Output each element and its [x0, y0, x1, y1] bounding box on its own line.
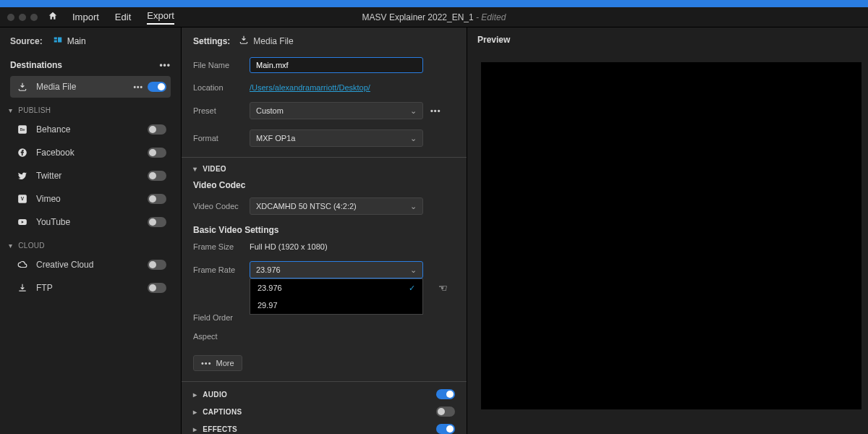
file-name-row: File Name	[193, 57, 455, 73]
video-codec-label: Video Codec	[193, 202, 250, 210]
file-name-input[interactable]	[250, 57, 423, 73]
svg-rect-0	[54, 38, 56, 40]
chevron-down-icon: ⌄	[410, 202, 417, 211]
cloud-label: Creative Cloud	[36, 260, 148, 270]
preset-row: Preset Custom ⌄ •••	[193, 102, 455, 119]
publish-twitter[interactable]: Twitter	[10, 165, 171, 187]
aspect-row: Aspect	[193, 332, 455, 341]
more-button[interactable]: ••• More	[193, 355, 242, 371]
frame-size-value: Full HD (1920 x 1080)	[250, 242, 328, 251]
preset-menu-icon[interactable]: •••	[430, 106, 441, 115]
home-icon[interactable]	[48, 11, 58, 24]
video-section-header[interactable]: ▾ VIDEO	[193, 165, 455, 173]
publish-facebook[interactable]: Facebook	[10, 142, 171, 163]
preset-value: Custom	[256, 106, 284, 115]
publish-youtube[interactable]: YouTube	[10, 211, 171, 233]
captions-section-header[interactable]: ▸ CAPTIONS	[193, 407, 455, 417]
preset-label: Preset	[193, 106, 250, 115]
frame-rate-value: 23.976	[256, 265, 281, 274]
edited-indicator: - Edited	[474, 12, 506, 22]
aspect-label: Aspect	[193, 332, 250, 341]
format-select[interactable]: MXF OP1a ⌄	[250, 129, 423, 147]
audio-section-header[interactable]: ▸ AUDIO	[193, 389, 455, 399]
publish-vimeo[interactable]: V Vimeo	[10, 188, 171, 210]
publish-section-header[interactable]: ▾ PUBLISH	[9, 106, 171, 114]
vimeo-toggle[interactable]	[148, 194, 166, 204]
destination-menu-icon[interactable]: •••	[133, 83, 143, 91]
svg-text:Be: Be	[20, 127, 25, 132]
project-name: MASV Explainer 2022_EN_1	[362, 12, 474, 22]
publish-label: Facebook	[36, 148, 148, 158]
ftp-icon	[14, 281, 30, 294]
captions-section-label: CAPTIONS	[203, 408, 242, 416]
svg-text:V: V	[21, 196, 25, 201]
top-bar: Import Edit Export MASV Explainer 2022_E…	[0, 7, 868, 27]
chevron-down-icon: ⌄	[410, 134, 417, 143]
window-controls[interactable]	[7, 14, 38, 21]
publish-label: YouTube	[36, 217, 148, 227]
video-codec-heading: Video Codec	[193, 180, 455, 190]
cloud-creative-cloud[interactable]: Creative Cloud	[10, 254, 171, 276]
captions-toggle[interactable]	[436, 407, 455, 417]
frame-rate-option-2997[interactable]: 29.97	[250, 297, 422, 314]
media-file-toggle[interactable]	[148, 82, 166, 92]
frame-rate-select[interactable]: 23.976 ⌄	[250, 261, 423, 278]
effects-toggle[interactable]	[436, 424, 455, 434]
download-icon	[14, 80, 30, 93]
cloud-section-header[interactable]: ▾ CLOUD	[9, 242, 171, 250]
twitter-toggle[interactable]	[148, 171, 166, 181]
settings-label: Settings:	[193, 36, 230, 46]
publish-label: PUBLISH	[18, 106, 51, 114]
file-name-label: File Name	[193, 61, 250, 69]
facebook-icon	[14, 146, 30, 159]
preview-panel: Preview	[467, 27, 868, 434]
settings-panel: Settings: Media File File Name Location …	[182, 27, 467, 434]
effects-section-header[interactable]: ▸ EFFECTS	[193, 424, 455, 434]
frame-rate-dropdown: 23.976 ✓ ☜ 29.97	[250, 278, 423, 315]
window-titlebar	[0, 0, 868, 7]
video-codec-value: XDCAMHD 50 NTSC (4:2:2)	[256, 202, 357, 210]
chevron-down-icon: ⌄	[410, 106, 417, 116]
maximize-dot[interactable]	[30, 14, 38, 21]
tab-edit[interactable]: Edit	[115, 12, 131, 22]
frame-size-row: Frame Size Full HD (1920 x 1080)	[193, 242, 455, 251]
destinations-menu-icon[interactable]: •••	[159, 60, 171, 70]
youtube-toggle[interactable]	[148, 217, 166, 227]
vimeo-icon: V	[14, 192, 30, 205]
frame-size-label: Frame Size	[193, 242, 250, 251]
chevron-right-icon: ▸	[193, 391, 197, 399]
destinations-label: Destinations	[10, 60, 62, 70]
publish-behance[interactable]: Be Behance	[10, 119, 171, 140]
preset-select[interactable]: Custom ⌄	[250, 102, 423, 119]
source-row: Source: Main	[10, 35, 171, 47]
location-link[interactable]: /Users/alexandramarriott/Desktop/	[250, 83, 370, 92]
separator	[182, 157, 467, 158]
tab-export[interactable]: Export	[147, 10, 174, 25]
more-label: More	[216, 359, 234, 367]
chevron-down-icon: ▾	[193, 165, 197, 173]
behance-toggle[interactable]	[148, 124, 166, 135]
close-dot[interactable]	[7, 14, 14, 21]
publish-label: Twitter	[36, 171, 148, 181]
frame-rate-option-23976[interactable]: 23.976 ✓ ☜	[250, 279, 422, 297]
tab-import[interactable]: Import	[72, 12, 99, 22]
cursor-icon: ☜	[438, 282, 448, 294]
location-label: Location	[193, 83, 250, 92]
twitter-icon	[14, 169, 30, 182]
facebook-toggle[interactable]	[148, 148, 166, 158]
ftp-toggle[interactable]	[148, 283, 166, 293]
creative-cloud-toggle[interactable]	[148, 260, 166, 270]
behance-icon: Be	[14, 123, 30, 136]
option-label: 23.976	[258, 284, 282, 292]
download-icon	[239, 35, 249, 47]
svg-rect-1	[54, 41, 56, 43]
audio-toggle[interactable]	[436, 389, 455, 399]
cloud-ftp[interactable]: FTP	[10, 277, 171, 299]
youtube-icon	[14, 216, 30, 229]
minimize-dot[interactable]	[19, 14, 26, 21]
destination-media-file[interactable]: Media File •••	[10, 76, 171, 98]
video-codec-select[interactable]: XDCAMHD 50 NTSC (4:2:2) ⌄	[250, 197, 423, 215]
source-icon	[53, 35, 63, 47]
publish-label: Behance	[36, 124, 148, 135]
creative-cloud-icon	[14, 258, 30, 271]
